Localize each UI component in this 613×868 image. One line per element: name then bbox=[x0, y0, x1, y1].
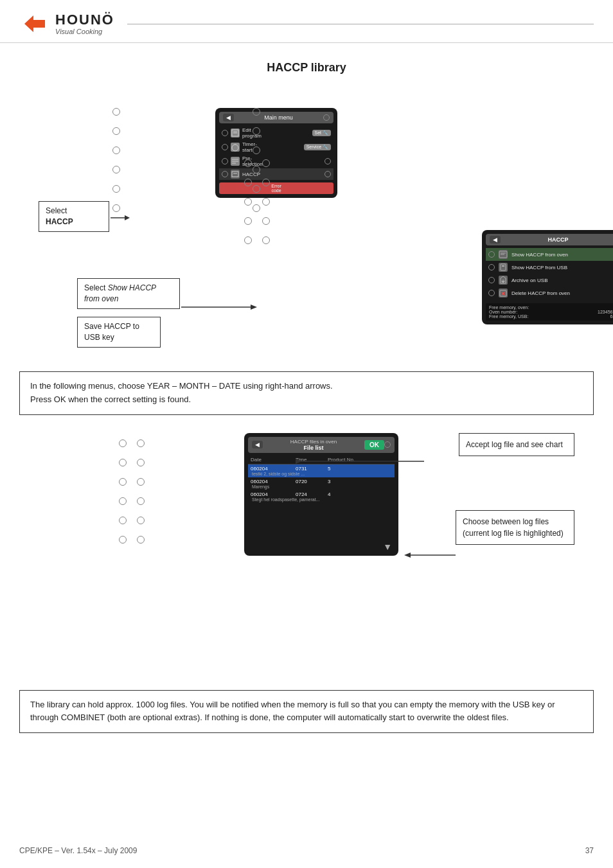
delete-label: Delete HACCP from oven bbox=[511, 290, 613, 296]
show-oven-icon bbox=[499, 250, 508, 259]
flcircle-r6 bbox=[137, 536, 145, 544]
flcircle-l2 bbox=[119, 459, 127, 466]
delete-icon bbox=[499, 288, 508, 297]
footer-left: CPE/KPE – Ver. 1.54x – July 2009 bbox=[19, 846, 137, 855]
arrow-choose bbox=[404, 545, 456, 567]
row2-date: 060204 bbox=[251, 479, 296, 484]
hcircle-usb-l bbox=[488, 264, 495, 270]
ok-button[interactable]: OK bbox=[364, 440, 384, 450]
hcircle-del-l bbox=[488, 290, 495, 296]
callout-accept: Accept log file and see chart bbox=[459, 433, 574, 456]
filelist-section: ◀ HACCP files in oven File list OK Date … bbox=[19, 433, 594, 677]
menu-item-timer: Timer-start Service 🔧 bbox=[219, 140, 333, 154]
menu-timer-label: Timer-start bbox=[242, 141, 301, 153]
show-oven-label: Show HACCP from oven bbox=[511, 252, 613, 258]
menu-title-text: Main menu bbox=[264, 114, 293, 121]
haccp-screen-inner: ◀ HACCP Show HACCP from oven bbox=[482, 230, 613, 324]
main-content: HACCP library SelectHACCP ◀ bbox=[0, 61, 613, 733]
footer: CPE/KPE – Ver. 1.54x – July 2009 37 bbox=[19, 846, 594, 855]
haccp-item-archive: Archive on USB bbox=[486, 274, 613, 287]
callout-show-haccp: Select Show HACCPfrom oven bbox=[77, 278, 180, 309]
timer-icon bbox=[231, 143, 240, 152]
hcircle-r4 bbox=[262, 217, 270, 225]
instruction-text: In the following menus, choose YEAR – MO… bbox=[30, 381, 333, 404]
circle-l5 bbox=[112, 185, 120, 193]
circle-r5 bbox=[253, 185, 260, 193]
svg-point-6 bbox=[232, 145, 238, 151]
hcircle-r2 bbox=[262, 179, 270, 186]
haccp-title-bar: ◀ HACCP bbox=[486, 234, 613, 245]
col-date: Date bbox=[251, 457, 296, 463]
fl-title-circle bbox=[384, 441, 391, 448]
circle-edit bbox=[222, 130, 228, 136]
row2-note: Marengs bbox=[251, 484, 392, 489]
show-usb-icon bbox=[499, 263, 508, 272]
row1-date: 060204 bbox=[251, 466, 296, 472]
row3-time: 0724 bbox=[296, 492, 328, 497]
bottom-info-text: The library can hold approx. 1000 log fi… bbox=[30, 700, 555, 723]
hcircle-l2 bbox=[244, 179, 252, 186]
filelist-header: ◀ HACCP files in oven File list OK bbox=[248, 437, 395, 453]
svg-rect-11 bbox=[232, 172, 238, 177]
top-diagram: SelectHACCP ◀ Main menu bbox=[19, 89, 594, 359]
filelist-row-2[interactable]: 060204 0720 3 Marengs bbox=[248, 477, 395, 490]
circle-l2 bbox=[112, 127, 120, 135]
row1-note: testki 2, sidste og sidste ... bbox=[251, 472, 392, 476]
filelist-row-4 bbox=[248, 503, 395, 516]
svg-marker-0 bbox=[24, 15, 45, 32]
svg-marker-28 bbox=[404, 553, 411, 558]
row3-note: Stegt hel roadspasette, pamerat... bbox=[251, 497, 392, 502]
logo-tagline: Visual Cooking bbox=[55, 28, 114, 35]
callout-choose: Choose between log files (current log fi… bbox=[456, 510, 574, 545]
callout-save-usb-text: Save HACCP to USB key bbox=[84, 322, 139, 342]
logo-name: HOUNÖ bbox=[55, 12, 114, 28]
circle-r3 bbox=[253, 146, 260, 154]
callout-accept-text: Accept log file and see chart bbox=[466, 440, 563, 449]
logo-text: HOUNÖ Visual Cooking bbox=[55, 12, 114, 35]
haccp-info-box: Free memory, oven: 1.7M Oven number: 123… bbox=[486, 303, 613, 321]
haccp-back-arrow: ◀ bbox=[490, 236, 501, 244]
haccp-item-delete: Delete HACCP from oven bbox=[486, 287, 613, 299]
filelist-subtitle: File list bbox=[263, 445, 364, 451]
circle-timer bbox=[222, 144, 228, 150]
flcircle-l3 bbox=[119, 478, 127, 486]
page-title: HACCP library bbox=[19, 61, 594, 75]
row2-product: 3 bbox=[328, 479, 392, 484]
set-btn: Set 🔧 bbox=[312, 130, 331, 136]
flcircle-l6 bbox=[119, 536, 127, 544]
free-mem-oven-row: Free memory, oven: 1.7M bbox=[489, 305, 613, 310]
filelist-row-5 bbox=[248, 516, 395, 529]
menu-item-presel: Pre-selection bbox=[219, 154, 333, 168]
back-arrow: ◀ bbox=[223, 114, 234, 121]
scroll-down-arrow[interactable]: ▼ bbox=[248, 542, 395, 552]
callout-save-usb: Save HACCP to USB key bbox=[77, 317, 161, 348]
row3-product: 4 bbox=[328, 492, 392, 497]
service-btn: Service 🔧 bbox=[304, 144, 331, 150]
filelist-row-3[interactable]: 060204 0724 4 Stegt hel roadspasette, pa… bbox=[248, 490, 395, 503]
menu-item-haccp: HACCP bbox=[219, 168, 333, 180]
hcircle-l5 bbox=[244, 236, 252, 244]
haccp-icon-main bbox=[231, 170, 240, 179]
flcircle-r3 bbox=[137, 478, 145, 486]
flcircle-r5 bbox=[137, 517, 145, 524]
svg-rect-17 bbox=[502, 265, 504, 267]
footer-right: 37 bbox=[585, 846, 594, 855]
circle-presel bbox=[222, 158, 228, 164]
hcircle-l4 bbox=[244, 217, 252, 225]
flcircle-l5 bbox=[119, 517, 127, 524]
menu-title-circle bbox=[323, 114, 330, 121]
hcircle-l3 bbox=[244, 198, 252, 206]
svg-marker-2 bbox=[125, 215, 130, 220]
bottom-info-box: The library can hold approx. 1000 log fi… bbox=[19, 690, 594, 734]
menu-title-bar: ◀ Main menu bbox=[219, 112, 333, 123]
callout-show-haccp-text: Select Show HACCPfrom oven bbox=[84, 283, 156, 303]
fl-back-arrow: ◀ bbox=[252, 441, 263, 448]
logo: HOUNÖ Visual Cooking bbox=[19, 12, 114, 36]
instruction-box: In the following menus, choose YEAR – MO… bbox=[19, 371, 594, 415]
arrow-select-haccp bbox=[111, 214, 130, 224]
error-code-btn: Errorcode bbox=[219, 182, 333, 194]
svg-marker-19 bbox=[501, 281, 505, 283]
circle-presel-r bbox=[324, 158, 331, 164]
edit-icon bbox=[231, 128, 240, 137]
svg-rect-16 bbox=[501, 264, 506, 270]
